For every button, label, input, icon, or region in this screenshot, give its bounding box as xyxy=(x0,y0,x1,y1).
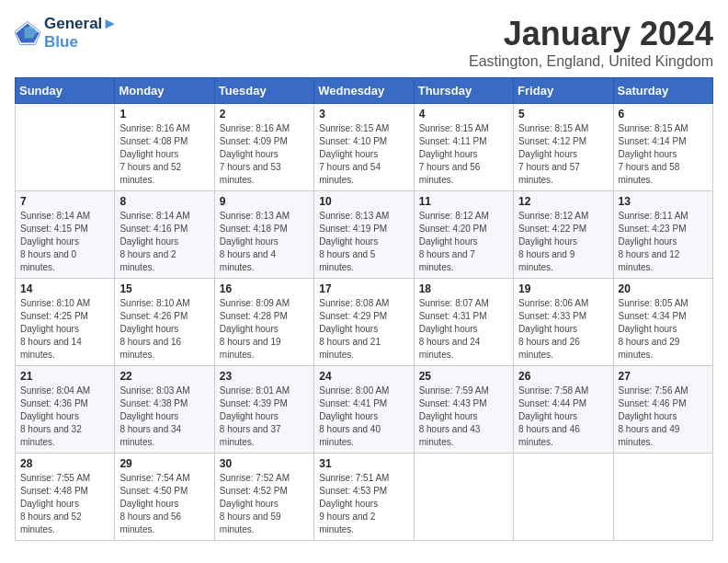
day-cell: 3Sunrise: 8:15 AMSunset: 4:10 PMDaylight… xyxy=(314,104,414,191)
day-info: Sunrise: 8:10 AMSunset: 4:25 PMDaylight … xyxy=(20,297,109,362)
day-cell: 31Sunrise: 7:51 AMSunset: 4:53 PMDayligh… xyxy=(314,454,414,541)
day-number: 7 xyxy=(20,195,109,208)
day-cell: 20Sunrise: 8:05 AMSunset: 4:34 PMDayligh… xyxy=(613,279,712,366)
day-cell: 1Sunrise: 8:16 AMSunset: 4:08 PMDaylight… xyxy=(115,104,214,191)
day-cell: 17Sunrise: 8:08 AMSunset: 4:29 PMDayligh… xyxy=(314,279,414,366)
day-number: 1 xyxy=(119,108,209,121)
day-info: Sunrise: 7:55 AMSunset: 4:48 PMDaylight … xyxy=(20,472,109,536)
day-cell: 4Sunrise: 8:15 AMSunset: 4:11 PMDaylight… xyxy=(414,104,513,191)
logo-icon xyxy=(15,20,40,46)
logo: General► Blue xyxy=(15,15,118,52)
column-header-saturday: Saturday xyxy=(613,78,712,104)
day-info: Sunrise: 8:06 AMSunset: 4:33 PMDaylight … xyxy=(518,297,608,362)
day-cell: 26Sunrise: 7:58 AMSunset: 4:44 PMDayligh… xyxy=(514,366,613,454)
day-info: Sunrise: 7:56 AMSunset: 4:46 PMDaylight … xyxy=(619,385,708,449)
day-cell: 7Sunrise: 8:14 AMSunset: 4:15 PMDaylight… xyxy=(16,191,115,279)
day-info: Sunrise: 8:03 AMSunset: 4:38 PMDaylight … xyxy=(119,385,209,449)
day-cell: 6Sunrise: 8:15 AMSunset: 4:14 PMDaylight… xyxy=(613,104,712,191)
day-info: Sunrise: 8:15 AMSunset: 4:11 PMDaylight … xyxy=(419,122,508,187)
day-number: 27 xyxy=(619,370,708,383)
day-number: 16 xyxy=(220,282,309,295)
calendar-title: January 2024 xyxy=(469,15,713,53)
day-number: 4 xyxy=(419,108,508,121)
day-info: Sunrise: 8:15 AMSunset: 4:14 PMDaylight … xyxy=(619,122,708,187)
day-cell: 2Sunrise: 8:16 AMSunset: 4:09 PMDaylight… xyxy=(214,104,313,191)
day-info: Sunrise: 8:13 AMSunset: 4:19 PMDaylight … xyxy=(319,210,408,274)
day-info: Sunrise: 8:13 AMSunset: 4:18 PMDaylight … xyxy=(220,210,309,274)
day-number: 31 xyxy=(319,457,408,470)
day-number: 18 xyxy=(419,282,508,295)
day-info: Sunrise: 8:09 AMSunset: 4:28 PMDaylight … xyxy=(220,297,309,362)
day-info: Sunrise: 8:01 AMSunset: 4:39 PMDaylight … xyxy=(220,385,309,449)
day-number: 25 xyxy=(419,370,508,383)
day-number: 22 xyxy=(119,370,209,383)
day-cell: 28Sunrise: 7:55 AMSunset: 4:48 PMDayligh… xyxy=(16,454,115,541)
day-info: Sunrise: 8:07 AMSunset: 4:31 PMDaylight … xyxy=(419,297,508,362)
week-row-2: 7Sunrise: 8:14 AMSunset: 4:15 PMDaylight… xyxy=(16,191,713,279)
day-number: 6 xyxy=(619,108,708,121)
day-info: Sunrise: 7:59 AMSunset: 4:43 PMDaylight … xyxy=(419,385,508,449)
column-header-sunday: Sunday xyxy=(16,78,115,104)
page-header: General► Blue January 2024 Eastington, E… xyxy=(15,15,713,70)
day-cell xyxy=(414,454,513,541)
day-cell xyxy=(16,104,115,191)
day-cell: 19Sunrise: 8:06 AMSunset: 4:33 PMDayligh… xyxy=(514,279,613,366)
day-cell: 24Sunrise: 8:00 AMSunset: 4:41 PMDayligh… xyxy=(314,366,414,454)
week-row-4: 21Sunrise: 8:04 AMSunset: 4:36 PMDayligh… xyxy=(16,366,713,454)
day-number: 3 xyxy=(319,108,408,121)
logo-text: General► Blue xyxy=(44,15,118,52)
day-info: Sunrise: 8:05 AMSunset: 4:34 PMDaylight … xyxy=(619,297,708,362)
day-info: Sunrise: 8:14 AMSunset: 4:16 PMDaylight … xyxy=(119,210,209,274)
day-number: 30 xyxy=(220,457,309,470)
day-cell: 18Sunrise: 8:07 AMSunset: 4:31 PMDayligh… xyxy=(414,279,513,366)
day-cell: 30Sunrise: 7:52 AMSunset: 4:52 PMDayligh… xyxy=(214,454,313,541)
header-row: SundayMondayTuesdayWednesdayThursdayFrid… xyxy=(16,78,713,104)
day-number: 20 xyxy=(619,282,708,295)
day-cell: 10Sunrise: 8:13 AMSunset: 4:19 PMDayligh… xyxy=(314,191,414,279)
calendar-table: SundayMondayTuesdayWednesdayThursdayFrid… xyxy=(15,77,713,541)
day-info: Sunrise: 8:15 AMSunset: 4:12 PMDaylight … xyxy=(518,122,608,187)
day-number: 2 xyxy=(220,108,309,121)
day-cell: 23Sunrise: 8:01 AMSunset: 4:39 PMDayligh… xyxy=(214,366,313,454)
day-cell: 29Sunrise: 7:54 AMSunset: 4:50 PMDayligh… xyxy=(115,454,214,541)
day-number: 12 xyxy=(518,195,608,208)
day-info: Sunrise: 8:00 AMSunset: 4:41 PMDaylight … xyxy=(319,385,408,449)
day-info: Sunrise: 8:12 AMSunset: 4:22 PMDaylight … xyxy=(518,210,608,274)
day-number: 23 xyxy=(220,370,309,383)
day-cell xyxy=(613,454,712,541)
column-header-thursday: Thursday xyxy=(414,78,513,104)
day-number: 14 xyxy=(20,282,109,295)
day-number: 10 xyxy=(319,195,408,208)
day-cell: 12Sunrise: 8:12 AMSunset: 4:22 PMDayligh… xyxy=(514,191,613,279)
week-row-5: 28Sunrise: 7:55 AMSunset: 4:48 PMDayligh… xyxy=(16,454,713,541)
day-info: Sunrise: 8:04 AMSunset: 4:36 PMDaylight … xyxy=(20,385,109,449)
column-header-monday: Monday xyxy=(115,78,214,104)
column-header-friday: Friday xyxy=(514,78,613,104)
day-info: Sunrise: 8:15 AMSunset: 4:10 PMDaylight … xyxy=(319,122,408,187)
day-number: 9 xyxy=(220,195,309,208)
day-info: Sunrise: 8:16 AMSunset: 4:09 PMDaylight … xyxy=(220,122,309,187)
column-header-tuesday: Tuesday xyxy=(214,78,313,104)
day-cell: 16Sunrise: 8:09 AMSunset: 4:28 PMDayligh… xyxy=(214,279,313,366)
week-row-3: 14Sunrise: 8:10 AMSunset: 4:25 PMDayligh… xyxy=(16,279,713,366)
day-number: 13 xyxy=(619,195,708,208)
day-cell: 14Sunrise: 8:10 AMSunset: 4:25 PMDayligh… xyxy=(16,279,115,366)
day-info: Sunrise: 8:14 AMSunset: 4:15 PMDaylight … xyxy=(20,210,109,274)
calendar-subtitle: Eastington, England, United Kingdom xyxy=(469,53,713,70)
day-number: 24 xyxy=(319,370,408,383)
day-info: Sunrise: 8:08 AMSunset: 4:29 PMDaylight … xyxy=(319,297,408,362)
day-cell: 22Sunrise: 8:03 AMSunset: 4:38 PMDayligh… xyxy=(115,366,214,454)
day-info: Sunrise: 8:11 AMSunset: 4:23 PMDaylight … xyxy=(619,210,708,274)
day-number: 8 xyxy=(119,195,209,208)
day-number: 29 xyxy=(119,457,209,470)
title-block: January 2024 Eastington, England, United… xyxy=(469,15,713,70)
day-cell: 27Sunrise: 7:56 AMSunset: 4:46 PMDayligh… xyxy=(613,366,712,454)
day-cell: 21Sunrise: 8:04 AMSunset: 4:36 PMDayligh… xyxy=(16,366,115,454)
day-cell: 15Sunrise: 8:10 AMSunset: 4:26 PMDayligh… xyxy=(115,279,214,366)
week-row-1: 1Sunrise: 8:16 AMSunset: 4:08 PMDaylight… xyxy=(16,104,713,191)
day-number: 28 xyxy=(20,457,109,470)
day-number: 21 xyxy=(20,370,109,383)
day-info: Sunrise: 8:12 AMSunset: 4:20 PMDaylight … xyxy=(419,210,508,274)
column-header-wednesday: Wednesday xyxy=(314,78,414,104)
day-cell: 9Sunrise: 8:13 AMSunset: 4:18 PMDaylight… xyxy=(214,191,313,279)
